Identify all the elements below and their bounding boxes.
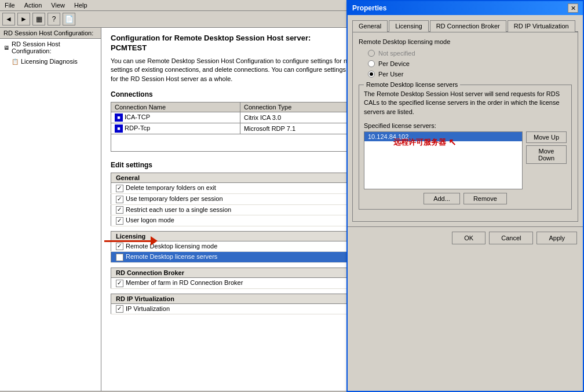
- add-remove-buttons: Add... Remove: [364, 193, 567, 204]
- cancel-button[interactable]: Cancel: [489, 232, 533, 244]
- checkbox-icon: [116, 305, 123, 313]
- add-button[interactable]: Add...: [424, 193, 460, 204]
- license-group-legend: Remote Desktop license servers: [364, 81, 460, 88]
- specified-label: Specified license servers:: [364, 122, 567, 129]
- radio-per-user[interactable]: Per User: [368, 71, 572, 78]
- conn-icon: ■: [115, 113, 123, 122]
- checkbox-icon: [116, 217, 123, 225]
- sidebar-item-licensing-diagnosis[interactable]: 📋 Licensing Diagnosis: [0, 56, 101, 67]
- sidebar-licensing-label: Licensing Diagnosis: [21, 58, 78, 65]
- radio-not-specified-label: Not specified: [378, 50, 415, 57]
- radio-not-specified[interactable]: Not specified: [368, 50, 572, 57]
- move-down-button[interactable]: Move Down: [526, 145, 567, 164]
- license-list[interactable]: 10.124.84.102 远程许可服务器 ↖: [364, 131, 523, 189]
- dialog-content: General Licensing RD Connection Broker R…: [348, 15, 583, 226]
- menu-help[interactable]: Help: [72, 1, 90, 9]
- license-servers-group: Remote Desktop license servers The Remot…: [359, 85, 572, 210]
- checkbox-icon: [116, 280, 123, 287]
- left-panel: RD Session Host Configuration: 🖥 RD Sess…: [0, 28, 101, 391]
- menu-file[interactable]: File: [2, 1, 17, 9]
- dialog-title: Properties: [352, 4, 386, 12]
- dialog-inner: Remote Desktop licensing mode Not specif…: [352, 32, 578, 222]
- tab-general[interactable]: General: [352, 20, 388, 32]
- checkbox-icon: [116, 196, 123, 203]
- license-desc: The Remote Desktop Session Host server w…: [364, 90, 567, 116]
- checkbox-icon: [116, 254, 123, 261]
- chinese-annotation: 远程许可服务器 ↖: [393, 137, 456, 148]
- radio-per-device-label: Per Device: [378, 60, 410, 67]
- col-connection-name: Connection Name: [111, 102, 240, 112]
- license-move-buttons: Move Up Move Down: [526, 131, 567, 189]
- remove-button[interactable]: Remove: [463, 193, 507, 204]
- annotation-arrow: [104, 236, 158, 246]
- main-layout: RD Session Host Configuration: 🖥 RD Sess…: [0, 28, 584, 391]
- dialog-close-button[interactable]: ✕: [568, 3, 578, 13]
- arrow-head: [151, 236, 158, 246]
- sidebar-item-configuration[interactable]: 🖥 RD Session Host Configuration:: [0, 39, 101, 56]
- chinese-text: 远程许可服务器: [393, 137, 446, 148]
- sidebar-config-label: RD Session Host Configuration:: [12, 41, 97, 54]
- conn-rdp-name: ■RDP-Tcp: [111, 123, 240, 134]
- copy-button[interactable]: 📄: [63, 13, 75, 25]
- radio-per-device[interactable]: Per Device: [368, 60, 572, 67]
- arrow-body: [104, 240, 151, 242]
- ok-button[interactable]: OK: [452, 232, 486, 244]
- menu-view[interactable]: View: [49, 1, 67, 9]
- dialog-titlebar: Properties ✕: [348, 1, 583, 15]
- dialog-tabs: General Licensing RD Connection Broker R…: [352, 20, 578, 32]
- conn-ica-name: ■ICA-TCP: [111, 112, 240, 123]
- radio-per-device-btn[interactable]: [368, 60, 375, 67]
- tab-rdip[interactable]: RD IP Virtualization: [508, 20, 575, 32]
- tab-licensing[interactable]: Licensing: [389, 20, 428, 32]
- move-up-button[interactable]: Move Up: [526, 131, 567, 143]
- licensing-mode-label: Remote Desktop licensing mode: [359, 38, 572, 45]
- checkbox-icon: [116, 206, 123, 214]
- tab-rdcb[interactable]: RD Connection Broker: [430, 20, 506, 32]
- chinese-arrow: ↖: [448, 137, 456, 148]
- view-button[interactable]: ▦: [32, 13, 45, 25]
- radio-per-user-btn[interactable]: [368, 71, 375, 78]
- radio-group: Not specified Per Device Per User: [368, 50, 572, 78]
- radio-not-specified-btn[interactable]: [368, 50, 375, 57]
- license-list-container: 10.124.84.102 远程许可服务器 ↖ Move Up: [364, 131, 567, 189]
- dialog-footer: OK Cancel Apply: [348, 226, 583, 249]
- help-button[interactable]: ?: [48, 13, 60, 25]
- conn-icon: ■: [115, 124, 123, 133]
- apply-button[interactable]: Apply: [536, 232, 577, 244]
- forward-button[interactable]: ►: [17, 13, 30, 25]
- list-icon: 📋: [12, 58, 19, 65]
- checkbox-icon: [116, 185, 123, 192]
- menu-action[interactable]: Action: [22, 1, 45, 9]
- left-panel-header: RD Session Host Configuration:: [0, 28, 101, 39]
- radio-per-user-label: Per User: [378, 71, 403, 78]
- properties-dialog: Properties ✕ General Licensing RD Connec…: [346, 0, 584, 392]
- computer-icon: 🖥: [3, 45, 9, 51]
- back-button[interactable]: ◄: [2, 13, 15, 25]
